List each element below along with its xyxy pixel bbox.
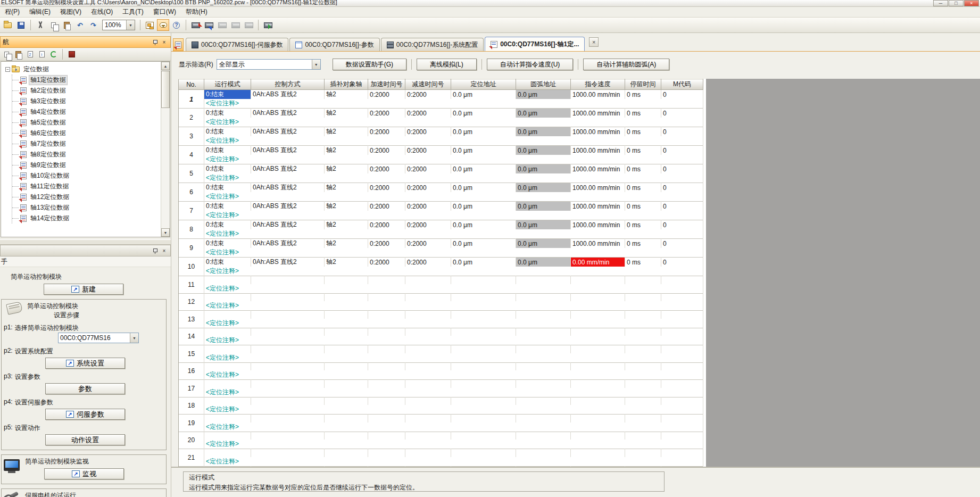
tree-item-轴13定位数据[interactable]: 轴13定位数据 [12, 202, 159, 213]
grid-cell-speed[interactable] [571, 415, 625, 423]
positioning-comment-cell[interactable]: <定位注释> [204, 229, 703, 239]
grid-cell-dwell[interactable]: 0 ms [625, 164, 661, 174]
grid-cell-mode[interactable]: 0:结束 [204, 90, 251, 100]
positioning-comment-cell[interactable]: <定位注释> [204, 388, 703, 397]
grid-cell-arc[interactable]: 0.0 μm [516, 220, 571, 230]
grid-cell-mode[interactable]: 0:结束 [204, 183, 251, 193]
grid-cell-arc[interactable]: 0.0 μm [516, 164, 571, 174]
grid-cell-pos[interactable]: 0.0 μm [451, 183, 516, 193]
grid-cell-pos[interactable]: 0.0 μm [451, 202, 516, 211]
grid-cell-m[interactable]: 0 [661, 202, 703, 211]
grid-cell-mode[interactable] [204, 449, 251, 457]
grid-cell-m[interactable] [661, 415, 703, 423]
grid-cell-control[interactable] [251, 380, 325, 388]
grid-cell-speed[interactable] [571, 345, 625, 353]
tree-item-轴1定位数据[interactable]: 轴1定位数据 [12, 74, 159, 85]
grid-cell-mode[interactable] [204, 276, 251, 284]
comment-display-button[interactable] [157, 19, 169, 31]
grid-cell-mode[interactable]: 0:结束 [204, 220, 251, 230]
column-header-定位地址[interactable]: 定位地址 [451, 79, 516, 90]
tree-item-label[interactable]: 轴13定位数据 [29, 203, 71, 213]
positioning-comment-cell[interactable]: <定位注释> [204, 319, 703, 328]
grid-cell-acc[interactable]: 0:2000 [368, 220, 405, 230]
grid-cell-m[interactable] [661, 397, 703, 405]
row-number[interactable]: 20 [179, 432, 204, 449]
grid-cell-speed[interactable] [571, 397, 625, 405]
grid-cell-axis[interactable] [325, 397, 368, 405]
cut-button[interactable] [34, 19, 46, 31]
row-number[interactable]: 18 [179, 397, 204, 415]
grid-cell-arc[interactable] [516, 276, 571, 284]
grid-cell-speed[interactable]: 1000.00 mm/min [571, 164, 625, 174]
positioning-comment-cell[interactable]: <定位注释> [204, 301, 703, 311]
grid-cell-pos[interactable]: 0.0 μm [451, 127, 516, 137]
grid-cell-acc[interactable] [368, 293, 405, 301]
grid-cell-dwell[interactable] [625, 397, 661, 405]
grid-cell-pos[interactable]: 0.0 μm [451, 90, 516, 100]
grid-cell-m[interactable] [661, 328, 703, 336]
grid-cell-arc[interactable] [516, 293, 571, 301]
intelligent-function-button[interactable] [262, 19, 274, 31]
grid-cell-axis[interactable]: 轴2 [325, 109, 368, 118]
grid-cell-arc[interactable]: 0.0 μm [516, 202, 571, 211]
grid-cell-speed[interactable]: 1000.00 mm/min [571, 109, 625, 118]
grid-cell-mode[interactable] [204, 397, 251, 405]
positioning-comment-cell[interactable]: <定位注释> [204, 267, 703, 276]
grid-cell-m[interactable]: 0 [661, 164, 703, 174]
grid-cell-dec[interactable]: 0:2000 [405, 258, 451, 267]
row-number[interactable]: 14 [179, 328, 204, 345]
tree-item-轴3定位数据[interactable]: 轴3定位数据 [12, 96, 159, 106]
grid-cell-m[interactable]: 0 [661, 258, 703, 267]
grid-cell-pos[interactable] [451, 380, 516, 388]
positioning-comment-cell[interactable]: <定位注释> [204, 192, 703, 202]
column-header-M代码[interactable]: M代码 [661, 79, 703, 90]
undo-button[interactable]: ↶ [74, 19, 86, 31]
grid-cell-pos[interactable] [451, 415, 516, 423]
verify-module-button[interactable] [216, 19, 228, 31]
grid-cell-mode[interactable] [204, 415, 251, 423]
grid-cell-arc[interactable]: 0.0 μm [516, 239, 571, 248]
tab-close-icon[interactable]: × [589, 37, 599, 47]
tree-item-轴7定位数据[interactable]: 轴7定位数据 [12, 138, 159, 149]
grid-cell-m[interactable] [661, 449, 703, 457]
grid-cell-axis[interactable]: 轴2 [325, 258, 368, 267]
grid-cell-control[interactable] [251, 362, 325, 370]
grid-cell-dwell[interactable]: 0 ms [625, 220, 661, 230]
positioning-comment-cell[interactable]: <定位注释> [204, 423, 703, 432]
row-number[interactable]: 1 [179, 90, 204, 109]
grid-cell-acc[interactable]: 0:2000 [368, 202, 405, 211]
row-number[interactable]: 13 [179, 311, 204, 328]
data-info-button[interactable]: i [37, 49, 47, 59]
grid-cell-mode[interactable] [204, 432, 251, 440]
grid-cell-speed[interactable] [571, 380, 625, 388]
grid-cell-control[interactable] [251, 311, 325, 319]
grid-cell-axis[interactable]: 轴2 [325, 239, 368, 248]
grid-cell-speed[interactable]: 1000.00 mm/min [571, 183, 625, 193]
grid-cell-dec[interactable] [405, 328, 451, 336]
grid-cell-pos[interactable]: 0.0 μm [451, 109, 516, 118]
positioning-comment-cell[interactable]: <定位注释> [204, 99, 703, 109]
grid-cell-dec[interactable] [405, 415, 451, 423]
grid-cell-axis[interactable]: 轴2 [325, 202, 368, 211]
grid-cell-speed[interactable]: 1000.00 mm/min [571, 202, 625, 211]
tree-item-轴5定位数据[interactable]: 轴5定位数据 [12, 117, 159, 128]
grid-cell-control[interactable]: 0Ah:ABS 直线2 [251, 258, 325, 267]
grid-cell-pos[interactable] [451, 432, 516, 440]
grid-cell-axis[interactable]: 轴2 [325, 220, 368, 230]
grid-cell-dwell[interactable] [625, 293, 661, 301]
grid-cell-dec[interactable] [405, 380, 451, 388]
grid-cell-dwell[interactable]: 0 ms [625, 202, 661, 211]
grid-cell-dec[interactable]: 0:2000 [405, 127, 451, 137]
grid-cell-speed[interactable] [571, 311, 625, 319]
grid-cell-m[interactable]: 0 [661, 109, 703, 118]
grid-cell-m[interactable]: 0 [661, 90, 703, 100]
grid-cell-dec[interactable]: 0:2000 [405, 239, 451, 248]
scrollbar-thumb[interactable] [161, 71, 170, 108]
grid-cell-control[interactable] [251, 415, 325, 423]
grid-cell-acc[interactable] [368, 397, 405, 405]
positioning-comment-cell[interactable]: <定位注释> [204, 353, 703, 363]
grid-cell-m[interactable] [661, 276, 703, 284]
grid-cell-dwell[interactable] [625, 432, 661, 440]
positioning-comment-cell[interactable]: <定位注释> [204, 440, 703, 449]
grid-cell-control[interactable] [251, 449, 325, 457]
